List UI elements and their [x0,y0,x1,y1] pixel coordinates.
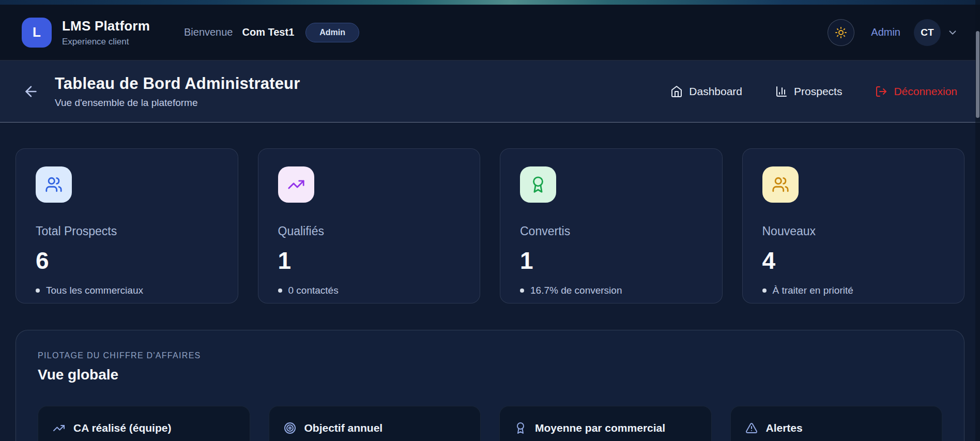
panel-kicker: PILOTAGE DU CHIFFRE D'AFFAIRES [38,351,942,360]
stat-note: 16.7% de conversion [520,285,702,296]
stat-label: Total Prospects [36,224,218,238]
sun-icon [835,26,847,39]
bullet-dot [278,288,282,293]
stat-note: À traiter en priorité [762,285,945,296]
top-gradient-strip [0,0,980,5]
users-icon [762,166,799,203]
stat-note-text: 16.7% de conversion [530,285,622,296]
role-badge: Admin [305,23,359,42]
bullet-dot [762,288,767,293]
kpi-card-moyenne-commercial: Moyenne par commercial [499,406,712,441]
bullet-dot [520,288,524,293]
alert-triangle-icon [745,422,758,434]
chevron-down-icon[interactable] [947,27,958,38]
avatar-initials: CT [921,27,933,38]
users-icon [36,166,72,203]
nav-prospects-label: Prospects [794,85,842,98]
app-header: L LMS Platform Experience client Bienven… [0,5,980,60]
back-arrow-icon[interactable] [23,83,39,100]
pilotage-panel: PILOTAGE DU CHIFFRE D'AFFAIRES Vue globa… [16,330,964,441]
page-title: Tableau de Bord Administrateur [55,74,300,93]
main-content: Total Prospects 6 Tous les commerciaux Q… [0,123,980,441]
theme-toggle-button[interactable] [828,19,854,46]
top-nav: Dashboard Prospects Déconnexion [670,85,957,98]
home-icon [670,85,683,98]
stat-note-text: 0 contactés [288,285,339,296]
stat-note: Tous les commerciaux [36,285,218,296]
stat-card-convertis: Convertis 1 16.7% de conversion [500,148,723,303]
stat-note-text: À traiter en priorité [773,285,853,296]
scrollbar-thumb[interactable] [976,31,979,118]
scrollbar [975,0,980,441]
stats-grid: Total Prospects 6 Tous les commerciaux Q… [16,148,964,303]
stat-label: Qualifiés [278,224,461,238]
admin-menu-link[interactable]: Admin [871,26,900,38]
kpi-label: Alertes [766,422,803,434]
bullet-dot [36,288,40,293]
stat-value: 1 [278,247,461,275]
title-bar: Tableau de Bord Administrateur Vue d'ens… [0,60,980,123]
award-icon [520,166,556,203]
avatar[interactable]: CT [914,19,941,46]
logout-button[interactable]: Déconnexion [875,85,957,98]
stat-label: Nouveaux [762,224,945,238]
nav-dashboard[interactable]: Dashboard [670,85,742,98]
log-out-icon [875,85,887,98]
stat-value: 4 [762,247,945,275]
kpi-label: Moyenne par commercial [535,422,665,434]
brand-logo: L [22,18,52,48]
kpi-grid: CA réalisé (équipe) Objectif annuel [38,406,942,441]
brand-tagline: Experience client [62,37,150,47]
stat-card-nouveaux: Nouveaux 4 À traiter en priorité [742,148,965,303]
stat-card-qualifies: Qualifiés 1 0 contactés [258,148,481,303]
trending-up-icon [278,166,314,203]
welcome-text: Bienvenue [184,26,233,38]
award-icon [514,422,527,434]
stat-value: 6 [36,247,218,275]
target-icon [284,422,296,434]
bar-chart-icon [775,85,788,98]
page-subtitle: Vue d'ensemble de la plateforme [55,97,300,109]
stat-value: 1 [520,247,702,275]
stat-note: 0 contactés [278,285,461,296]
brand-name: LMS Platform [62,18,150,34]
brand-logo-letter: L [33,24,41,40]
logout-label: Déconnexion [894,85,957,98]
kpi-card-ca-realise: CA réalisé (équipe) [38,406,250,441]
kpi-label: Objectif annuel [304,422,383,434]
nav-prospects[interactable]: Prospects [775,85,842,98]
kpi-card-objectif-annuel: Objectif annuel [269,406,481,441]
nav-dashboard-label: Dashboard [689,85,742,98]
trending-up-icon [53,422,65,434]
panel-heading: Vue globale [38,367,942,383]
current-user-name: Com Test1 [242,26,295,38]
stat-label: Convertis [520,224,702,238]
stat-card-total-prospects: Total Prospects 6 Tous les commerciaux [16,148,238,303]
kpi-label: CA réalisé (équipe) [73,422,171,434]
stat-note-text: Tous les commerciaux [46,285,143,296]
kpi-card-alertes: Alertes [730,406,943,441]
